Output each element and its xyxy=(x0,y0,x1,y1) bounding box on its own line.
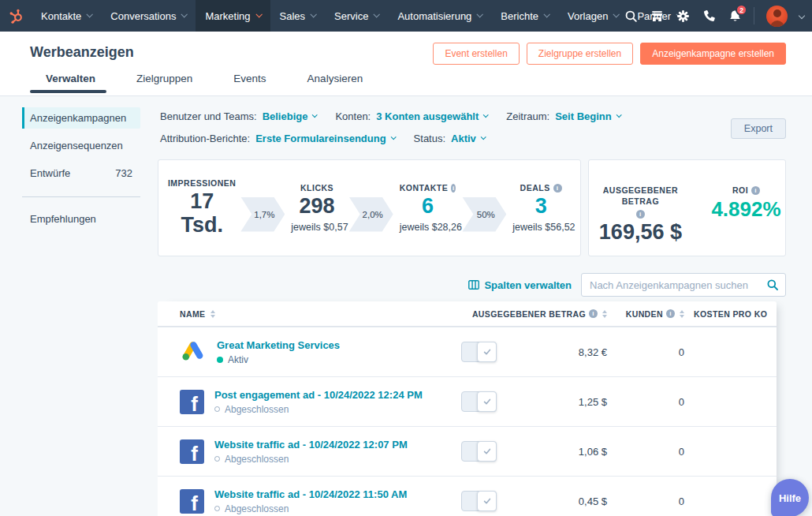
google-ads-icon xyxy=(180,338,207,365)
check-icon xyxy=(482,347,492,357)
nav-item-marketing[interactable]: Marketing xyxy=(196,0,270,32)
filter-row-2: Attribution-Berichte: Erste Formulareins… xyxy=(160,133,639,144)
info-icon[interactable]: i xyxy=(589,309,598,318)
stat-label: DEALS xyxy=(520,183,550,193)
column-label: KOSTEN PRO KO xyxy=(694,309,767,319)
help-button[interactable]: Hilfe xyxy=(771,479,809,516)
stat-sub: jeweils $0,57 xyxy=(291,222,342,233)
facebook-icon: f xyxy=(180,390,204,414)
campaign-status: Aktiv xyxy=(217,354,340,365)
settings-gear-icon[interactable] xyxy=(676,9,690,23)
top-navigation: Kontakte Conversations Marketing Sales S… xyxy=(0,0,812,32)
stat-value[interactable]: 6 xyxy=(400,195,456,219)
stat-label: AUSGEGEBENER BETRAG xyxy=(593,185,687,207)
status-dot-done-icon xyxy=(214,456,220,462)
check-icon xyxy=(482,447,492,456)
attribution-dropdown[interactable]: Erste Formulareinsendung xyxy=(255,133,394,144)
campaign-toggle[interactable] xyxy=(461,342,497,362)
nav-item-automatisierung[interactable]: Automatisierung xyxy=(388,0,491,32)
info-icon[interactable]: i xyxy=(751,186,760,195)
info-icon[interactable]: i xyxy=(451,184,456,193)
campaign-toggle[interactable] xyxy=(461,441,497,462)
nav-item-kontakte[interactable]: Kontakte xyxy=(32,0,101,32)
search-icon[interactable] xyxy=(624,9,638,23)
status-label: Abgeschlossen xyxy=(225,404,289,415)
tab-zielgruppen[interactable]: Zielgruppen xyxy=(136,73,192,95)
nav-item-berichte[interactable]: Berichte xyxy=(491,0,558,32)
tab-analysieren[interactable]: Analysieren xyxy=(307,73,363,95)
stat-label: KONTAKTE xyxy=(400,183,449,193)
create-campaign-button[interactable]: Anzeigenkampagne erstellen xyxy=(640,43,786,65)
notifications-bell-icon[interactable]: 2 xyxy=(728,9,742,23)
stat-value[interactable]: 3 xyxy=(512,195,569,219)
hubspot-logo-icon[interactable] xyxy=(0,0,32,32)
accounts-dropdown[interactable]: 3 Konten ausgewählt xyxy=(376,110,487,122)
funnel-arrow-icon: 2,0% xyxy=(349,197,393,232)
info-icon[interactable]: i xyxy=(666,309,675,318)
status-dropdown[interactable]: Aktiv xyxy=(451,133,485,144)
page-tabs: Verwalten Zielgruppen Events Analysieren xyxy=(46,73,404,95)
filter-timerange: Zeitraum: Seit Beginn xyxy=(506,110,620,122)
campaign-name-link[interactable]: Great Marketing Services xyxy=(217,339,340,351)
stat-label: IMPRESSIONEN xyxy=(168,178,237,188)
table-row: Great Marketing Services Aktiv 8,32 € 0 xyxy=(158,327,777,376)
tab-events[interactable]: Events xyxy=(233,73,266,95)
nav-item-conversations[interactable]: Conversations xyxy=(101,0,196,32)
filter-accounts: Konten: 3 Konten ausgewählt xyxy=(335,110,487,122)
calling-icon[interactable] xyxy=(702,9,716,23)
tab-verwalten[interactable]: Verwalten xyxy=(46,73,95,95)
stat-value: 17 Tsd. xyxy=(169,190,234,237)
stat-ausgegebener-betrag: AUSGEGEBENER BETRAGi 169,56 $ xyxy=(593,185,687,245)
campaign-name-link[interactable]: Website traffic ad - 10/24/2022 12:07 PM xyxy=(214,439,408,451)
info-icon[interactable]: i xyxy=(553,184,562,193)
export-button[interactable]: Export xyxy=(731,118,786,139)
filter-label: Status: xyxy=(414,133,445,144)
user-avatar[interactable] xyxy=(766,6,788,27)
nav-item-label: Service xyxy=(334,10,368,22)
filter-row-1: Benutzer und Teams: Beliebige Konten: 3 … xyxy=(160,110,639,122)
campaign-toggle[interactable] xyxy=(461,491,497,511)
account-chevron-down-icon[interactable] xyxy=(799,13,805,19)
column-header-name[interactable]: NAME xyxy=(158,309,472,319)
search-icon[interactable] xyxy=(766,279,779,294)
sidebar-item-empfehlungen[interactable]: Empfehlungen xyxy=(22,208,140,230)
campaign-name-link[interactable]: Website traffic ad - 10/24/2022 11:50 AM xyxy=(214,488,407,500)
nav-item-sales[interactable]: Sales xyxy=(270,0,326,32)
column-header-cost-per-contact[interactable]: KOSTEN PRO KO xyxy=(684,309,777,319)
column-header-spend[interactable]: AUSGEGEBENER BETRAG i xyxy=(472,309,607,319)
sidebar-divider xyxy=(22,196,140,197)
notification-count-badge: 2 xyxy=(736,4,747,16)
nav-item-vorlagen[interactable]: Vorlagen xyxy=(558,0,628,32)
customers-value: 0 xyxy=(607,495,684,507)
filter-label: Benutzer und Teams: xyxy=(160,110,257,122)
sidebar-item-anzeigenkampagnen[interactable]: Anzeigenkampagnen xyxy=(22,107,140,129)
info-icon[interactable]: i xyxy=(636,210,645,219)
nav-item-service[interactable]: Service xyxy=(325,0,388,32)
users-teams-dropdown[interactable]: Beliebige xyxy=(263,110,317,122)
column-header-customers[interactable]: KUNDEN i xyxy=(607,309,684,319)
nav-utilities: 2 xyxy=(624,0,804,32)
filter-label: Attribution-Berichte: xyxy=(160,133,250,144)
table-toolbar: Spalten verwalten xyxy=(468,273,786,297)
create-audience-button[interactable]: Zielgruppe erstellen xyxy=(527,43,633,65)
sidebar-item-entwuerfe[interactable]: Entwürfe732 xyxy=(22,163,140,184)
sidebar-item-anzeigensequenzen[interactable]: Anzeigensequenzen xyxy=(22,135,140,156)
check-icon xyxy=(482,397,492,406)
marketplace-icon[interactable] xyxy=(650,9,664,23)
stat-roi: ROIi 4.892% xyxy=(711,185,780,221)
campaign-status: Abgeschlossen xyxy=(214,503,407,514)
nav-item-label: Marketing xyxy=(205,10,250,22)
timerange-dropdown[interactable]: Seit Beginn xyxy=(555,110,620,122)
filter-status: Status: Aktiv xyxy=(414,133,485,144)
stat-label: ROI xyxy=(732,185,748,196)
campaign-search-input[interactable] xyxy=(581,273,786,297)
chevron-down-icon xyxy=(255,11,262,17)
create-event-button[interactable]: Event erstellen xyxy=(433,43,519,65)
campaign-toggle[interactable] xyxy=(461,391,497,412)
campaign-name-link[interactable]: Post engagement ad - 10/24/2022 12:24 PM xyxy=(214,389,423,401)
filter-label: Konten: xyxy=(335,110,371,122)
manage-columns-button[interactable]: Spalten verwalten xyxy=(468,279,572,291)
spend-roi-card: AUSGEGEBENER BETRAGi 169,56 $ ROIi 4.892… xyxy=(588,159,786,256)
dropdown-value: Erste Formulareinsendung xyxy=(255,133,386,144)
stat-value: 4.892% xyxy=(711,198,780,221)
